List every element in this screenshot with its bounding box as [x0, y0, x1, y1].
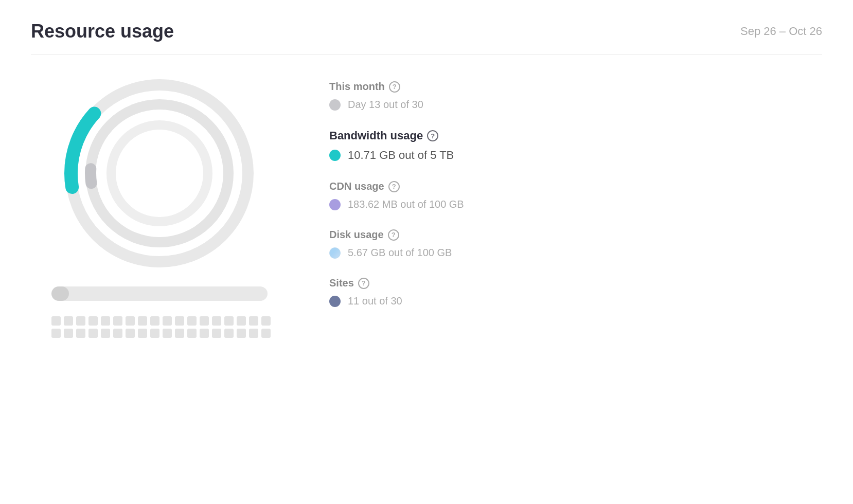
skeleton-dot — [138, 316, 147, 326]
content-area: This month ? Day 13 out of 30 Bandwidth … — [31, 76, 822, 338]
cdn-title: CDN usage ? — [329, 181, 822, 192]
date-range: Sep 26 – Oct 26 — [740, 25, 822, 38]
sites-dot — [329, 296, 341, 307]
donut-svg — [62, 76, 257, 271]
bandwidth-section: Bandwidth usage ? 10.71 GB out of 5 TB — [329, 129, 822, 162]
donut-chart — [62, 76, 257, 271]
disk-title: Disk usage ? — [329, 229, 822, 241]
stats-area: This month ? Day 13 out of 30 Bandwidth … — [329, 76, 822, 326]
skeleton-dot — [200, 329, 209, 338]
skeleton-dot — [163, 329, 172, 338]
cdn-dot — [329, 199, 341, 210]
sites-title: Sites ? — [329, 277, 822, 289]
bandwidth-help-icon[interactable]: ? — [427, 130, 438, 141]
skeleton-dot — [175, 316, 184, 326]
cdn-section: CDN usage ? 183.62 MB out of 100 GB — [329, 181, 822, 210]
bandwidth-dot — [329, 150, 341, 161]
disk-dot — [329, 247, 341, 259]
inner-track — [111, 125, 208, 222]
skeleton-dot — [150, 316, 159, 326]
skeleton-dot — [249, 316, 258, 326]
cdn-value-row: 183.62 MB out of 100 GB — [329, 199, 822, 210]
skeleton-dot — [76, 329, 85, 338]
disk-help-icon[interactable]: ? — [388, 229, 399, 241]
skeleton-dot — [76, 316, 85, 326]
skeleton-dot — [64, 329, 73, 338]
skeleton-dot — [138, 329, 147, 338]
skeleton-dot — [249, 329, 258, 338]
bandwidth-value-row: 10.71 GB out of 5 TB — [329, 149, 822, 162]
skeleton-dot — [224, 329, 234, 338]
skeleton-dot — [224, 316, 234, 326]
this-month-dot — [329, 99, 341, 111]
this-month-section: This month ? Day 13 out of 30 — [329, 81, 822, 111]
skeleton-bar — [51, 286, 268, 301]
chart-area — [31, 76, 288, 338]
skeleton-dot — [101, 329, 110, 338]
sites-value-row: 11 out of 30 — [329, 295, 822, 307]
page-container: Resource usage Sep 26 – Oct 26 — [0, 0, 853, 358]
skeleton-dot — [51, 316, 61, 326]
sites-help-icon[interactable]: ? — [358, 278, 369, 289]
skeleton-dot — [261, 329, 271, 338]
skeleton-dot — [237, 316, 246, 326]
header: Resource usage Sep 26 – Oct 26 — [31, 21, 822, 55]
skeleton-dot — [163, 316, 172, 326]
skeleton-dot — [237, 329, 246, 338]
page-title: Resource usage — [31, 21, 174, 42]
skeleton-dot — [200, 316, 209, 326]
skeleton-dot — [187, 329, 197, 338]
this-month-value-row: Day 13 out of 30 — [329, 99, 822, 111]
skeleton-dot — [187, 316, 197, 326]
skeleton-dots — [51, 316, 268, 338]
skeleton-dot — [150, 329, 159, 338]
skeleton-dot — [101, 316, 110, 326]
bandwidth-title: Bandwidth usage ? — [329, 129, 822, 142]
disk-value-row: 5.67 GB out of 100 GB — [329, 247, 822, 259]
cdn-help-icon[interactable]: ? — [388, 181, 400, 192]
skeleton-dot — [126, 329, 135, 338]
skeleton-dot — [175, 329, 184, 338]
disk-section: Disk usage ? 5.67 GB out of 100 GB — [329, 229, 822, 259]
skeleton-dot — [88, 316, 98, 326]
skeleton-dot — [64, 316, 73, 326]
skeleton-dot — [113, 329, 122, 338]
skeleton-dot — [113, 316, 122, 326]
skeleton-dot — [126, 316, 135, 326]
skeleton-dot — [261, 316, 271, 326]
skeleton-dot — [212, 329, 221, 338]
skeleton-dot — [88, 329, 98, 338]
this-month-help-icon[interactable]: ? — [389, 81, 400, 93]
sites-section: Sites ? 11 out of 30 — [329, 277, 822, 307]
skeleton-dot — [212, 316, 221, 326]
this-month-title: This month ? — [329, 81, 822, 93]
skeleton-dot — [51, 329, 61, 338]
